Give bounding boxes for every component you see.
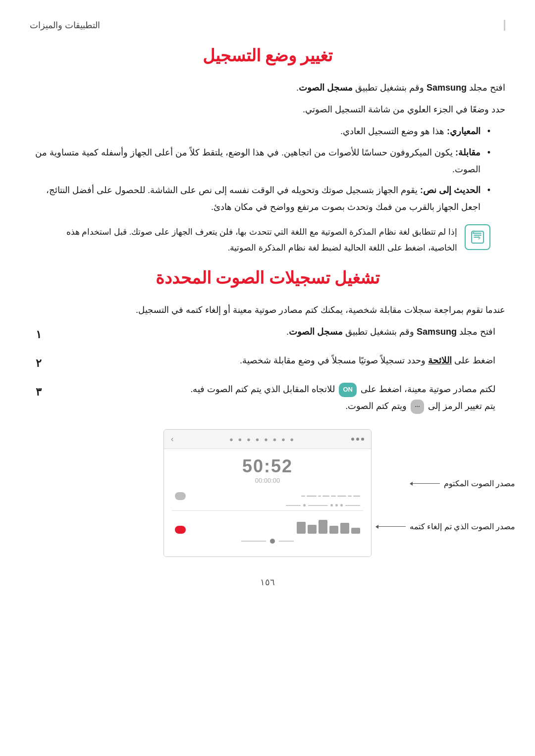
section1-intro1: افتح مجلد Samsung وقم بتشغيل تطبيق مسجل … xyxy=(30,79,505,118)
step-1: افتح مجلد Samsung وقم بتشغيل تطبيق مسجل … xyxy=(30,323,495,345)
step-3: لكتم مصادر صوتية معينة، اضغط على ON للات… xyxy=(30,381,495,414)
annotations: مصدر الصوت المكتوم مصدر الصوت الذي تم إل… xyxy=(376,479,515,531)
annotation-line-unmuted xyxy=(376,526,406,527)
note-text: إذا لم تتطابق لغة نظام المذكرة الصوتية م… xyxy=(45,224,457,255)
annotation-unmuted: مصدر الصوت الذي تم إلغاء كتمه xyxy=(376,522,515,531)
step1-num: ١ xyxy=(30,324,48,345)
waveform-top xyxy=(172,490,363,511)
bullet-text-standard: هذا هو وضع التسجيل العادي. xyxy=(340,126,444,136)
section2-steps: افتح مجلد Samsung وقم بتشغيل تطبيق مسجل … xyxy=(30,323,505,414)
note-box: إذا لم تتطابق لغة نظام المذكرة الصوتية م… xyxy=(45,224,490,255)
waveform-bottom xyxy=(172,515,363,548)
mockup-header-center: ● ● ● ● ● ● ● ● xyxy=(229,435,295,443)
phone-mockup: ● ● ● ● ● ● ● ● › 50:52 00:00:00 xyxy=(163,429,372,557)
time-sub: 00:00:00 xyxy=(172,477,363,484)
annotation-muted: مصدر الصوت المكتوم xyxy=(376,479,515,488)
bullet-text-meeting: يكون الميكروفون حساسًا للأصوات من اتجاهي… xyxy=(35,148,481,174)
mockup-dots xyxy=(351,438,364,441)
step2-num: ٢ xyxy=(30,353,48,374)
bullet-label-standard: المعياري: xyxy=(447,126,481,136)
mockup-body: 50:52 00:00:00 xyxy=(164,449,371,556)
bullet-label-meeting: مقابلة: xyxy=(455,148,481,157)
section2-intro: عندما تقوم بمراجعة سجلات مقابلة شخصية، ي… xyxy=(30,302,505,318)
mockup-dot-1 xyxy=(361,438,364,441)
step1-content: افتح مجلد Samsung وقم بتشغيل تطبيق مسجل … xyxy=(55,323,495,340)
mockup-dot-2 xyxy=(356,438,359,441)
btn-mute[interactable]: ··· xyxy=(411,400,424,414)
page-number: ١٥٦ xyxy=(30,577,505,588)
annotation-unmuted-label: مصدر الصوت الذي تم إلغاء كتمه xyxy=(410,522,515,531)
mockup-header: ● ● ● ● ● ● ● ● › xyxy=(164,430,371,449)
step-2: اضغط على اللائحة وحدد تسجيلاً صوتيًا مسج… xyxy=(30,352,495,374)
step2-underline: اللائحة xyxy=(428,355,452,365)
note-icon xyxy=(465,224,490,250)
annotation-muted-label: مصدر الصوت المكتوم xyxy=(444,479,515,488)
step2-content: اضغط على اللائحة وحدد تسجيلاً صوتيًا مسج… xyxy=(55,352,495,369)
bullet-item-meeting: مقابلة: يكون الميكروفون حساسًا للأصوات م… xyxy=(30,144,490,178)
time-display: 50:52 00:00:00 xyxy=(172,456,363,484)
section1-title: تغيير وضع التسجيل xyxy=(30,46,505,65)
mockup-chevron: › xyxy=(171,435,173,444)
page-container: التطبيقات والميزات تغيير وضع التسجيل افت… xyxy=(0,0,535,756)
bullet-label-speech: الحديث إلى نص: xyxy=(420,185,481,195)
svg-rect-1 xyxy=(473,232,474,234)
bullet-item-standard: المعياري: هذا هو وضع التسجيل العادي. xyxy=(30,123,490,140)
figure-area: ● ● ● ● ● ● ● ● › 50:52 00:00:00 xyxy=(30,429,505,557)
step3-content: لكتم مصادر صوتية معينة، اضغط على ON للات… xyxy=(55,381,495,414)
step3-num: ٣ xyxy=(30,382,48,403)
bullet-text-speech: يقوم الجهاز بتسجيل صوتك وتحويله في الوقت… xyxy=(46,185,481,212)
bullet-item-speech: الحديث إلى نص: يقوم الجهاز بتسجيل صوتك و… xyxy=(30,182,490,215)
page-header: التطبيقات والميزات xyxy=(30,20,505,31)
section2-title: تشغيل تسجيلات الصوت المحددة xyxy=(30,268,505,288)
header-text: التطبيقات والميزات xyxy=(30,20,100,31)
section2-intro-text: عندما تقوم بمراجعة سجلات مقابلة شخصية، ي… xyxy=(30,302,505,318)
btn-on[interactable]: ON xyxy=(339,383,357,397)
section1-bullets: المعياري: هذا هو وضع التسجيل العادي. مقا… xyxy=(30,123,505,215)
annotation-line-muted xyxy=(410,483,440,484)
mockup-dot-3 xyxy=(351,438,354,441)
time-big: 50:52 xyxy=(172,456,363,477)
